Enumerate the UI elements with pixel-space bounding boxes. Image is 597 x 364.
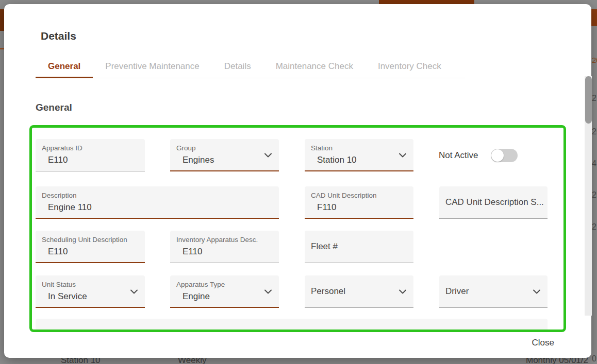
personel-select[interactable]: Personel — [305, 275, 413, 308]
not-active-toggle-group: Not Active — [439, 149, 518, 162]
field-label: Driver — [445, 286, 469, 297]
field-label: Apparatus ID — [42, 144, 82, 152]
inventory-apparatus-desc-field[interactable]: Inventory Apparatus Desc. E110 — [170, 231, 279, 263]
next-field-row-partial — [36, 319, 548, 330]
tab-bar: General Preventive Maintenance Details M… — [36, 56, 465, 78]
background-edge-text: 20 — [592, 56, 597, 64]
not-active-toggle[interactable] — [491, 149, 518, 162]
chevron-down-icon — [399, 287, 406, 296]
background-edge-text: 2 — [592, 94, 597, 103]
background-header-button-fragment — [379, 0, 474, 4]
chevron-down-icon — [264, 150, 272, 160]
station-select[interactable]: Station Station 10 — [305, 139, 413, 171]
fleet-number-field[interactable]: Fleet # — [305, 231, 413, 263]
background-edge-text: 01/2 — [592, 354, 597, 363]
background-edge-text: 25 — [592, 127, 597, 136]
tab-details[interactable]: Details — [212, 56, 263, 78]
modal-scrollbar-track[interactable] — [585, 76, 592, 316]
field-value: E110 — [183, 247, 202, 257]
chevron-down-icon — [264, 287, 272, 296]
field-label: Fleet # — [311, 241, 338, 252]
field-value: Station 10 — [317, 155, 357, 165]
field-label: Scheduling Unit Description — [42, 236, 127, 244]
field-value: Engine — [183, 291, 210, 302]
cad-unit-description-short-field[interactable]: CAD Unit Description S... — [439, 186, 548, 219]
chevron-down-icon — [533, 287, 540, 296]
field-label: Personel — [311, 286, 345, 297]
chevron-down-icon — [399, 150, 406, 160]
background-header-right-fragment — [591, 9, 597, 26]
field-value: E110 — [48, 247, 68, 257]
field-value: E110 — [48, 155, 68, 165]
background-edge-text: 2 — [592, 222, 597, 232]
section-heading-general: General — [36, 102, 72, 113]
group-select[interactable]: Group Engines — [170, 139, 279, 171]
apparatus-type-select[interactable]: Apparatus Type Engine — [170, 275, 279, 308]
chevron-down-icon — [130, 287, 138, 296]
not-active-label: Not Active — [439, 150, 478, 161]
tab-general[interactable]: General — [36, 56, 93, 78]
field-value: Engine 110 — [48, 202, 92, 213]
field-label: Inventory Apparatus Desc. — [176, 236, 258, 244]
driver-select[interactable]: Driver — [439, 275, 548, 308]
field-value: F110 — [317, 202, 337, 213]
apparatus-id-field[interactable]: Apparatus ID E110 — [36, 139, 145, 171]
field-value: Engines — [183, 155, 214, 165]
field-label: Station — [311, 144, 333, 152]
modal-scrollbar-thumb[interactable] — [585, 76, 592, 124]
description-field[interactable]: Description Engine 110 — [36, 186, 279, 219]
scheduling-unit-description-field[interactable]: Scheduling Unit Description E110 — [36, 231, 145, 263]
background-edge-text: 4 — [592, 159, 597, 168]
field-value: In Service — [48, 291, 87, 302]
tab-inventory-check[interactable]: Inventory Check — [366, 56, 454, 78]
tab-maintenance-check[interactable]: Maintenance Check — [263, 56, 366, 78]
toggle-knob — [491, 149, 504, 162]
background-edge-text: 25 — [592, 190, 597, 200]
close-button[interactable]: Close — [532, 338, 554, 348]
tab-preventive-maintenance[interactable]: Preventive Maintenance — [93, 56, 211, 78]
field-label: Apparatus Type — [176, 281, 225, 288]
field-label: CAD Unit Description — [311, 192, 377, 199]
details-modal: Details General Preventive Maintenance D… — [4, 4, 591, 358]
modal-title: Details — [41, 30, 76, 42]
cad-unit-description-field[interactable]: CAD Unit Description F110 — [305, 186, 413, 219]
unit-status-select[interactable]: Unit Status In Service — [36, 275, 145, 308]
field-label: CAD Unit Description S... — [445, 197, 544, 207]
field-label: Unit Status — [42, 281, 76, 288]
field-label: Description — [42, 192, 77, 199]
field-label: Group — [176, 144, 196, 152]
